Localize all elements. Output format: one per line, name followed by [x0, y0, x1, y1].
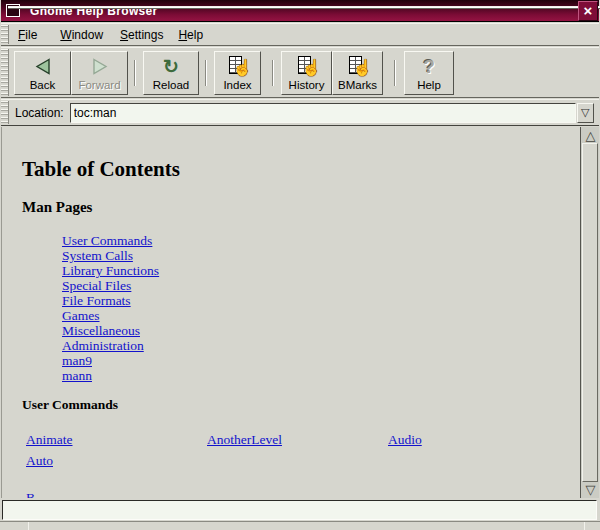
scroll-down-icon[interactable]: ▽	[582, 482, 599, 497]
bookmarks-button[interactable]: ☝ BMarks	[332, 51, 383, 95]
scrollbar-thumb[interactable]	[582, 143, 598, 482]
toc-link-administration[interactable]: Administration	[62, 338, 144, 353]
status-bar	[2, 500, 597, 520]
toolbar: Back Forward ↻ Reload ☝ Index	[1, 47, 599, 98]
frame-notch	[28, 522, 29, 530]
toc-link-user-commands[interactable]: User Commands	[62, 233, 152, 248]
vertical-scrollbar[interactable]: △ ▽	[580, 127, 599, 498]
toc-link-system-calls[interactable]: System Calls	[62, 248, 133, 263]
history-hand-icon: ☝	[296, 55, 318, 79]
window-frame-bottom	[0, 521, 600, 530]
toc-link-games[interactable]: Games	[62, 308, 100, 323]
subsection-heading: User Commands	[22, 397, 580, 413]
back-button[interactable]: Back	[14, 51, 71, 95]
gnome-help-browser-window: Gnome Help Browser × File Window Setting…	[0, 0, 600, 530]
location-dropdown-icon[interactable]: ▽	[577, 103, 594, 123]
command-link-row: Animate AnotherLevel Audio	[2, 432, 580, 451]
toolbar-drag-handle[interactable]	[1, 49, 9, 96]
menu-help[interactable]: Help	[175, 26, 206, 44]
cmd-link-audio[interactable]: Audio	[388, 432, 422, 448]
cmd-link-anotherlevel[interactable]: AnotherLevel	[207, 432, 282, 448]
title-bar[interactable]: Gnome Help Browser ×	[1, 0, 599, 22]
toolbar-separator	[205, 60, 207, 86]
question-mark-icon: ?	[423, 55, 435, 79]
window-menu-icon[interactable]	[6, 4, 20, 17]
toolbar-separator	[394, 60, 396, 86]
toc-link-man9[interactable]: man9	[62, 353, 92, 368]
forward-arrow-icon	[90, 55, 110, 79]
index-hand-icon: ☝	[227, 55, 249, 79]
locationbar-drag-handle[interactable]	[1, 101, 9, 124]
history-button[interactable]: ☝ History	[281, 51, 332, 95]
location-bar: Location: ▽	[1, 99, 599, 126]
reload-icon: ↻	[163, 55, 179, 79]
help-document: Table of Contents Man Pages User Command…	[2, 127, 580, 498]
toc-link-special-files[interactable]: Special Files	[62, 278, 131, 293]
section-heading: Man Pages	[22, 199, 580, 216]
cmd-link-animate[interactable]: Animate	[26, 432, 73, 448]
location-input[interactable]	[70, 103, 576, 123]
toc-link-file-formats[interactable]: File Formats	[62, 293, 131, 308]
menu-window[interactable]: Window	[57, 26, 106, 44]
bookmarks-hand-icon: ☝	[347, 55, 369, 79]
content-viewport: Table of Contents Man Pages User Command…	[1, 127, 599, 498]
close-icon[interactable]: ×	[578, 1, 598, 21]
toolbar-separator	[134, 60, 136, 86]
toc-link-library-functions[interactable]: Library Functions	[62, 263, 159, 278]
help-button[interactable]: ? Help	[404, 51, 454, 95]
location-label: Location:	[15, 106, 64, 120]
cmd-link-auto[interactable]: Auto	[26, 453, 53, 468]
toc-link-miscellaneous[interactable]: Miscellaneous	[62, 323, 140, 338]
toc-link-mann[interactable]: mann	[62, 368, 92, 383]
menu-bar: File Window Settings Help	[1, 23, 599, 46]
toolbar-separator	[272, 60, 274, 86]
forward-button[interactable]: Forward	[71, 51, 128, 95]
back-arrow-icon	[33, 55, 53, 79]
toc-link-list: User Commands System Calls Library Funct…	[62, 232, 580, 382]
scroll-up-icon[interactable]: △	[582, 128, 599, 143]
partial-clipped-link[interactable]: B	[26, 490, 35, 498]
page-title: Table of Contents	[22, 157, 580, 182]
reload-button[interactable]: ↻ Reload	[143, 51, 199, 95]
index-button[interactable]: ☝ Index	[214, 51, 261, 95]
command-link-row: Auto	[2, 451, 580, 470]
menu-settings[interactable]: Settings	[117, 26, 166, 44]
menu-file[interactable]: File	[15, 26, 40, 44]
frame-notch	[584, 522, 585, 530]
menubar-drag-handle[interactable]	[1, 25, 9, 44]
